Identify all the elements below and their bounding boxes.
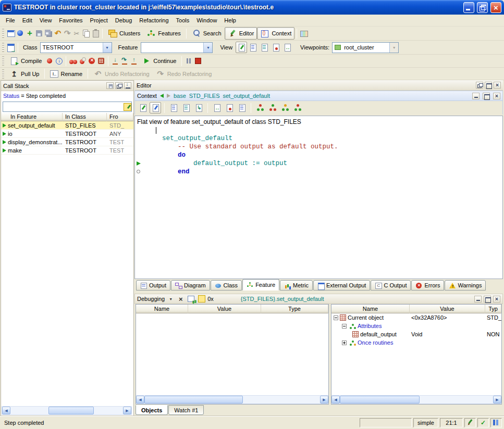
watch-table-body[interactable] [136, 313, 328, 404]
context-toggle-button[interactable]: Context [257, 27, 294, 40]
flat-view-button[interactable] [259, 42, 270, 53]
menu-view[interactable]: View [36, 16, 56, 25]
objects-horizontal-scrollbar[interactable] [331, 395, 501, 404]
suppliers-button[interactable] [292, 102, 303, 113]
undo-refactoring-button[interactable]: Undo Refactoring [90, 68, 153, 80]
descendants-button[interactable] [267, 102, 278, 113]
gutter[interactable] [135, 134, 146, 143]
implementers-button[interactable] [224, 102, 235, 113]
tab-errors[interactable]: Errors [411, 280, 444, 291]
tab-objects[interactable]: Objects [136, 405, 168, 415]
objects-column-value[interactable]: Value [410, 305, 485, 313]
close-debug-icon[interactable] [493, 296, 500, 302]
object-row[interactable]: default_output Void NON [331, 330, 501, 338]
gutter[interactable] [135, 151, 146, 159]
objects-column-type[interactable]: Typ [485, 305, 501, 313]
pause-icon[interactable] [184, 56, 193, 66]
menu-debug[interactable]: Debug [112, 16, 136, 25]
info-icon[interactable] [54, 56, 64, 66]
columns-indicator[interactable] [490, 418, 502, 427]
gutter[interactable] [135, 143, 146, 151]
editor-toggle-button[interactable]: Editor [225, 27, 257, 40]
paste-icon[interactable] [91, 29, 100, 38]
viewpoints-combobox[interactable]: root_cluster [332, 42, 399, 53]
gutter[interactable] [135, 159, 146, 168]
callers-button[interactable] [168, 102, 179, 113]
scroll-left-icon[interactable] [2, 407, 10, 414]
cut-icon[interactable] [72, 29, 81, 38]
scroll-right-icon[interactable] [123, 407, 131, 414]
debugging-menu-caret-icon[interactable] [167, 295, 175, 303]
toolbar-grip[interactable] [2, 29, 4, 38]
dock-pane-icon[interactable] [124, 82, 131, 89]
tab-watch-1[interactable]: Watch #1 [168, 405, 204, 415]
menu-tools[interactable]: Tools [173, 16, 193, 25]
float-pane-icon[interactable] [115, 82, 122, 89]
clusters-button[interactable]: Clusters [105, 27, 143, 40]
navigate-back-icon[interactable] [160, 94, 164, 98]
breadcrumb-cluster[interactable]: base [174, 93, 186, 99]
breadcrumb-class[interactable]: STD_FILES [189, 93, 220, 99]
toolbar-grip[interactable] [2, 69, 4, 79]
contract-view-button[interactable] [270, 42, 281, 53]
scrollbar-thumb[interactable] [48, 407, 93, 414]
copy-icon[interactable] [81, 29, 91, 38]
menu-file[interactable]: File [2, 16, 19, 25]
tab-class[interactable]: Class [211, 280, 242, 291]
scroll-right-icon[interactable] [493, 396, 501, 403]
call-stack-filter-input[interactable] [3, 103, 124, 111]
undo-icon[interactable] [53, 29, 63, 38]
clients-button[interactable] [279, 102, 291, 113]
flat-edit-button[interactable] [150, 102, 161, 113]
minimize-context-icon[interactable] [472, 93, 480, 99]
scrollbar-track[interactable] [10, 407, 123, 414]
tab-warnings[interactable]: Warnings [445, 280, 486, 291]
menu-edit[interactable]: Edit [19, 16, 36, 25]
scroll-left-icon[interactable] [136, 396, 144, 403]
object-row[interactable]: Current object <0x32A8760> STD_ [331, 313, 501, 322]
breakpoints-icon[interactable] [96, 56, 106, 66]
expand-icon[interactable] [342, 340, 347, 345]
ancestors-button[interactable] [254, 102, 266, 113]
menu-favorites[interactable]: Favorites [55, 16, 86, 25]
watch-column-value[interactable]: Value [188, 305, 261, 313]
scroll-left-icon[interactable] [331, 396, 340, 403]
column-from[interactable]: Fro [107, 113, 133, 121]
redo-refactoring-button[interactable]: Redo Refactoring [153, 68, 215, 80]
interface-view-button[interactable] [281, 42, 293, 53]
scrollbar-track[interactable] [144, 396, 320, 403]
clickable-view-button[interactable] [247, 42, 259, 53]
tab-diagram[interactable]: Diagram [171, 280, 210, 291]
new-expression-icon[interactable] [198, 295, 205, 302]
call-stack-horizontal-scrollbar[interactable] [2, 406, 132, 415]
column-in-feature[interactable]: In Feature [1, 113, 63, 121]
breakpoint-slot-icon[interactable] [137, 170, 140, 173]
maximize-editor-icon[interactable] [485, 82, 492, 89]
run-icon[interactable] [68, 56, 78, 66]
stop-icon[interactable] [193, 56, 203, 66]
class-dropdown-arrow-icon[interactable] [103, 43, 112, 53]
call-stack-row[interactable]: make TESTROOT TEST [1, 146, 133, 155]
scrollbar-thumb[interactable] [144, 396, 243, 403]
feature-dropdown-arrow-icon[interactable] [203, 43, 212, 53]
minimize-button[interactable] [463, 2, 474, 13]
compile-button[interactable]: Compile [6, 55, 45, 67]
close-context-icon[interactable] [493, 93, 500, 99]
watch-horizontal-scrollbar[interactable] [136, 395, 328, 404]
basic-view-button[interactable] [236, 42, 247, 53]
descendant-versions-button[interactable] [236, 102, 248, 113]
edit-code-button[interactable] [137, 102, 149, 113]
search-button[interactable]: Search [189, 27, 225, 40]
maximize-debug-icon[interactable] [484, 296, 491, 302]
tab-external-output[interactable]: External Output [313, 280, 370, 291]
tab-c-output[interactable]: C Output [371, 280, 411, 291]
restore-button[interactable] [477, 2, 488, 13]
features-button[interactable]: Features [143, 27, 183, 40]
call-stack-row[interactable]: display_demonstrat... TESTROOT TEST [1, 138, 133, 146]
feature-combobox[interactable] [141, 42, 213, 53]
call-stack-row[interactable]: io TESTROOT ANY [1, 130, 133, 138]
scrollbar-track[interactable] [340, 396, 493, 403]
step-over-icon[interactable] [120, 56, 129, 66]
continue-button[interactable]: Continue [139, 55, 179, 67]
tab-feature[interactable]: Feature [242, 279, 279, 291]
